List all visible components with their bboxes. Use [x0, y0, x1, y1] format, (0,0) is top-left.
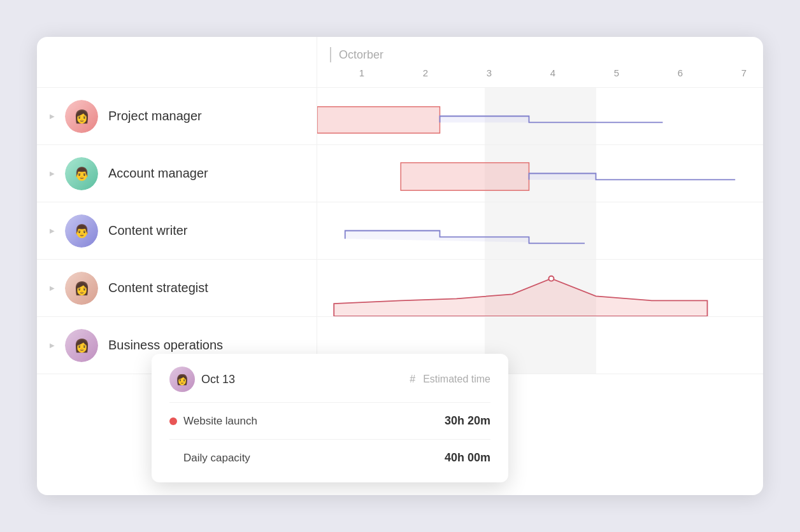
- left-panel-header: [37, 37, 317, 87]
- role-name-content-strategist: Content strategist: [108, 281, 208, 295]
- role-name-project-manager: Project manager: [108, 109, 202, 123]
- tooltip-item-row: Website launch 30h 20m: [169, 409, 490, 433]
- role-name-content-writer: Content writer: [108, 223, 188, 238]
- tooltip-metric: # Estimated time: [410, 374, 490, 385]
- timeline-row-content-writer: ▶👨Content writer: [37, 202, 763, 260]
- expand-arrow-content-strategist[interactable]: ▶: [50, 284, 55, 291]
- hash-icon: #: [410, 374, 415, 385]
- tooltip-date-area: 👩 Oct 13: [169, 367, 235, 392]
- tooltip-capacity-label: Daily capacity: [169, 452, 250, 465]
- role-name-business-operations: Business operations: [108, 338, 223, 353]
- estimated-time-label: Estimated time: [423, 374, 490, 385]
- expand-arrow-project-manager[interactable]: ▶: [50, 113, 55, 120]
- tooltip-date: Oct 13: [201, 373, 235, 386]
- svg-rect-0: [317, 107, 440, 134]
- row-left-content-strategist: ▶👩Content strategist: [37, 260, 317, 316]
- svg-rect-1: [401, 163, 529, 191]
- row-left-content-writer: ▶👨Content writer: [37, 202, 317, 259]
- row-chart-account-manager: [317, 145, 763, 202]
- chart-svg-project-manager: [317, 88, 763, 144]
- tooltip-divider-2: [169, 439, 490, 440]
- chart-svg-content-strategist: [317, 260, 763, 316]
- timeline-row-project-manager: ▶👩Project manager: [37, 88, 763, 145]
- main-card: Octorber 12345678 ▶👩Project manager▶👨Acc…: [37, 37, 763, 495]
- day-number-7: 7: [712, 67, 763, 78]
- chart-svg-content-writer: [317, 202, 763, 259]
- row-chart-project-manager: [317, 88, 763, 144]
- tooltip-header: 👩 Oct 13 # Estimated time: [169, 367, 490, 392]
- tooltip-item-value: 30h 20m: [445, 414, 490, 428]
- timeline-row-content-strategist: ▶👩Content strategist: [37, 260, 763, 317]
- timeline-row-account-manager: ▶👨Account manager: [37, 145, 763, 202]
- role-name-account-manager: Account manager: [108, 166, 208, 181]
- tooltip-capacity-row: Daily capacity 40h 00m: [169, 446, 490, 470]
- avatar-content-strategist: 👩: [65, 272, 98, 305]
- timeline-header: Octorber 12345678: [37, 37, 763, 88]
- avatar-account-manager: 👨: [65, 157, 98, 190]
- day-number-3: 3: [457, 67, 521, 78]
- tooltip-item-left: Website launch: [169, 415, 257, 428]
- row-left-account-manager: ▶👨Account manager: [37, 145, 317, 202]
- month-divider: [330, 47, 331, 62]
- avatar-project-manager: 👩: [65, 100, 98, 133]
- row-chart-content-writer: [317, 202, 763, 259]
- day-number-4: 4: [521, 67, 585, 78]
- expand-arrow-business-operations[interactable]: ▶: [50, 342, 55, 349]
- tooltip-dot: [169, 417, 177, 425]
- avatar-business-operations: 👩: [65, 329, 98, 362]
- day-number-5: 5: [585, 67, 648, 78]
- avatar-content-writer: 👨: [65, 214, 98, 248]
- day-number-1: 1: [330, 67, 394, 78]
- tooltip-avatar: 👩: [169, 367, 195, 392]
- day-number-6: 6: [648, 67, 712, 78]
- svg-point-2: [549, 276, 554, 281]
- month-name: Octorber: [330, 47, 763, 62]
- row-left-project-manager: ▶👩Project manager: [37, 88, 317, 144]
- day-numbers: 12345678: [330, 67, 763, 78]
- tooltip-item-label: Website launch: [183, 415, 257, 428]
- expand-arrow-account-manager[interactable]: ▶: [50, 170, 55, 177]
- tooltip-capacity-value: 40h 00m: [445, 451, 490, 465]
- month-label-area: Octorber 12345678: [317, 37, 763, 87]
- expand-arrow-content-writer[interactable]: ▶: [50, 227, 55, 234]
- day-number-2: 2: [394, 67, 457, 78]
- month-label: Octorber: [339, 48, 383, 62]
- row-chart-content-strategist: [317, 260, 763, 316]
- chart-svg-account-manager: [317, 145, 763, 202]
- tooltip-divider: [169, 402, 490, 403]
- tooltip-popup: 👩 Oct 13 # Estimated time Website launch…: [152, 354, 508, 482]
